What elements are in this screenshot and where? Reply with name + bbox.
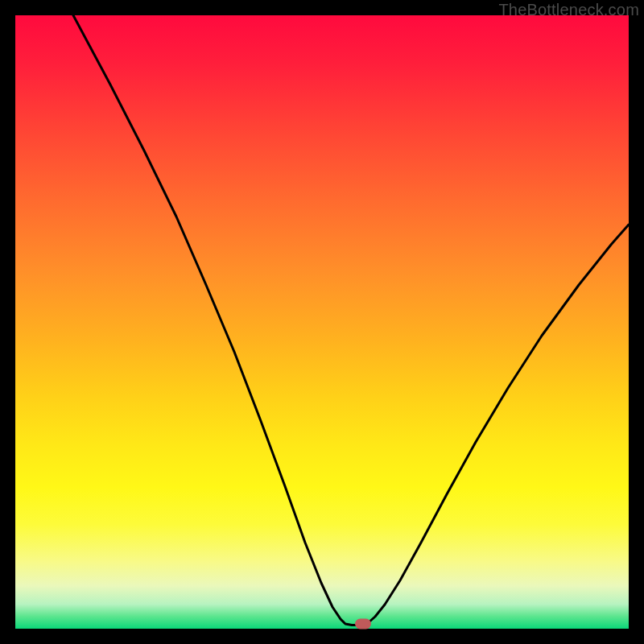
optimal-point-marker [355,619,371,630]
bottleneck-curve [15,15,629,629]
chart-stage: TheBottleneck.com [0,0,644,644]
plot-area [15,15,629,629]
